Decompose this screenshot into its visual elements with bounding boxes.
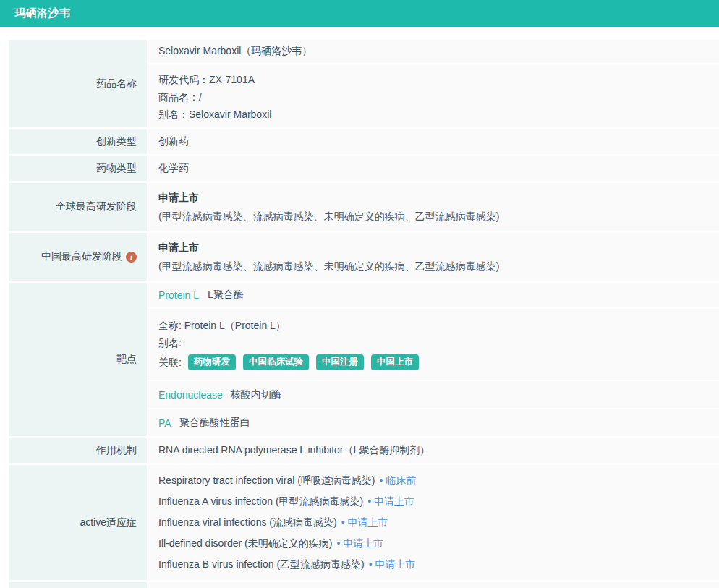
target-name-pa: 聚合酶酸性蛋白: [179, 417, 250, 430]
target-full-name: Protein L（Protein L）: [184, 320, 286, 331]
page-header: 玛硒洛沙韦: [0, 0, 719, 27]
china-phase-value: 申请上市: [158, 238, 719, 257]
china-phase-detail: (甲型流感病毒感染、流感病毒感染、未明确定义的疾病、乙型流感病毒感染): [158, 257, 719, 276]
mechanism-value: RNA directed RNA polymerase L inhibitor（…: [148, 438, 719, 463]
drug-info-table: 药品名称 Seloxavir Marboxil（玛硒洛沙韦） 研发代码：ZX-7…: [9, 40, 719, 588]
target-row-pa: PA 聚合酶酸性蛋白: [148, 408, 719, 436]
therapy-area-value: Infection（感染）: [148, 582, 719, 588]
target-row-endonuclease: Endonuclease 核酸内切酶: [148, 380, 719, 408]
info-icon[interactable]: i: [126, 252, 137, 263]
alias-value: Seloxavir Marboxil: [189, 108, 271, 120]
row-mechanism: 作用机制 RNA directed RNA polymerase L inhib…: [9, 438, 719, 463]
row-china-phase: 中国最高研发阶段 i 申请上市 (甲型流感病毒感染、流感病毒感染、未明确定义的疾…: [9, 233, 719, 281]
innovation-type-value: 创新药: [148, 129, 719, 154]
indication-item: Respiratory tract infection viral (呼吸道病毒…: [158, 470, 719, 491]
trade-name-value: /: [199, 91, 202, 103]
indications-label: active适应症: [9, 465, 147, 580]
innovation-type-label: 创新类型: [9, 129, 147, 154]
trade-name-line: 商品名：/: [158, 88, 719, 106]
row-drug-type: 药物类型 化学药: [9, 156, 719, 181]
assoc-tag-china-clinical-trial[interactable]: 中国临床试验: [243, 354, 309, 370]
china-phase-label: 中国最高研发阶段 i: [9, 233, 147, 281]
target-alias-line: 别名:: [158, 334, 719, 351]
target-link-pa[interactable]: PA: [158, 417, 171, 429]
target-link-endonuclease[interactable]: Endonuclease: [158, 389, 223, 401]
indication-item: Influenza viral infections (流感病毒感染) • 申请…: [158, 512, 719, 533]
mechanism-label: 作用机制: [9, 438, 147, 463]
global-phase-label: 全球最高研发阶段: [9, 183, 147, 231]
page-title: 玛硒洛沙韦: [14, 7, 71, 20]
indication-phase-link[interactable]: • 申请上市: [367, 491, 414, 512]
target-full-name-line: 全称: Protein L（Protein L）: [158, 317, 719, 334]
assoc-tag-china-registration[interactable]: 中国注册: [316, 354, 364, 370]
indication-phase-link[interactable]: • 申请上市: [341, 512, 388, 533]
drug-primary-name: Seloxavir Marboxil（玛硒洛沙韦）: [158, 45, 312, 56]
assoc-tag-china-launch[interactable]: 中国上市: [371, 354, 419, 370]
indication-item: Influenza A virus infection (甲型流感病毒感染) •…: [158, 491, 719, 512]
row-drug-name: 药品名称 Seloxavir Marboxil（玛硒洛沙韦） 研发代码：ZX-7…: [9, 40, 719, 127]
indication-phase-link[interactable]: • 申请上市: [336, 533, 383, 554]
target-name-endonuclease: 核酸内切酶: [231, 388, 281, 401]
row-therapy-area: 治疗领域 Infection（感染）: [9, 582, 719, 588]
target-name: L聚合酶: [208, 289, 244, 302]
target-label: 靶点: [9, 283, 147, 436]
row-innovation-type: 创新类型 创新药: [9, 129, 719, 154]
global-phase-value: 申请上市: [158, 188, 719, 207]
indication-item: Influenza B virus infection (乙型流感病毒感染) •…: [158, 554, 719, 575]
assoc-tag-drug-rd[interactable]: 药物研发: [188, 354, 236, 370]
therapy-area-label: 治疗领域: [9, 582, 147, 588]
row-global-phase: 全球最高研发阶段 申请上市 (甲型流感病毒感染、流感病毒感染、未明确定义的疾病、…: [9, 183, 719, 231]
indication-phase-link[interactable]: • 临床前: [380, 470, 417, 491]
drug-type-value: 化学药: [148, 156, 719, 181]
drug-name-label: 药品名称: [9, 40, 147, 127]
dev-code-value: ZX-7101A: [209, 74, 255, 85]
target-link-protein-l[interactable]: Protein L: [158, 289, 199, 301]
row-indications: active适应症 Respiratory tract infection vi…: [9, 465, 719, 580]
drug-type-label: 药物类型: [9, 156, 147, 181]
indication-item: Ill-defined disorder (未明确定义的疾病) • 申请上市: [158, 533, 719, 554]
row-target: 靶点 Protein L L聚合酶 全称: Protein L（Protein …: [9, 283, 719, 436]
dev-code-line: 研发代码：ZX-7101A: [158, 71, 719, 88]
target-assoc-line: 关联: 药物研发 中国临床试验 中国注册 中国上市: [158, 354, 719, 371]
alias-line: 别名：Seloxavir Marboxil: [158, 106, 719, 123]
indication-phase-link[interactable]: • 申请上市: [369, 554, 416, 575]
global-phase-detail: (甲型流感病毒感染、流感病毒感染、未明确定义的疾病、乙型流感病毒感染): [158, 207, 719, 226]
